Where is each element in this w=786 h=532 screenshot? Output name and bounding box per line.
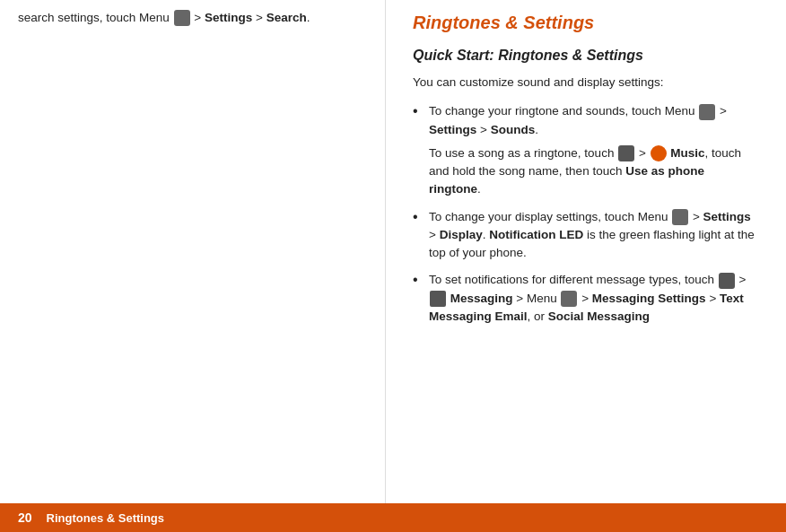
use-as-phone-bold: Use as phone ringtone [429, 164, 704, 196]
bullet-2-main: To change your display settings, touch M… [429, 210, 755, 260]
quick-start-title: Quick Start: Ringtones & Settings [413, 45, 759, 66]
bullet-3-main: To set notifications for different messa… [429, 273, 746, 323]
camera-icon [618, 145, 634, 161]
display-bold: Display [440, 228, 483, 241]
bullet-item-1: To change your ringtone and sounds, touc… [413, 102, 759, 198]
camera-icon-2 [719, 273, 735, 289]
bullet-list: To change your ringtone and sounds, touc… [413, 102, 759, 326]
notification-led-bold: Notification LED [489, 228, 583, 241]
right-column: Ringtones & Settings Quick Start: Ringto… [386, 0, 786, 503]
bullet-1-sub: To use a song as a ringtone, touch > Mus… [429, 144, 759, 199]
search-label: Search [266, 11, 307, 24]
social-messaging-bold: Social Messaging [548, 310, 650, 323]
left-text: search settings, touch Menu > Settings >… [18, 9, 367, 27]
settings-label: Settings [205, 11, 252, 24]
menu-icon-3 [561, 291, 577, 307]
messaging-settings-bold: Messaging Settings [592, 292, 706, 305]
music-bold: Music [670, 146, 704, 160]
left-column: search settings, touch Menu > Settings >… [0, 0, 386, 503]
bullet-item-3: To set notifications for different messa… [413, 271, 759, 326]
section-title: Ringtones & Settings [413, 9, 759, 36]
music-icon [651, 145, 667, 161]
footer-page-number: 20 [18, 510, 32, 525]
menu-icon-1 [699, 104, 715, 120]
bullet-1-main: To change your ringtone and sounds, touc… [429, 104, 727, 135]
footer-section-name: Ringtones & Settings [47, 511, 164, 525]
menu-icon-2 [672, 209, 688, 225]
settings-bold-1: Settings [429, 123, 476, 136]
settings-bold-2: Settings [703, 210, 751, 223]
menu-icon [174, 10, 190, 26]
messaging-bold: Messaging [450, 292, 513, 305]
footer-bar: 20 Ringtones & Settings [0, 503, 786, 532]
intro-text: You can customize sound and display sett… [413, 74, 759, 92]
sounds-bold: Sounds [491, 123, 536, 136]
msg-icon [430, 291, 446, 307]
bullet-item-2: To change your display settings, touch M… [413, 208, 759, 263]
